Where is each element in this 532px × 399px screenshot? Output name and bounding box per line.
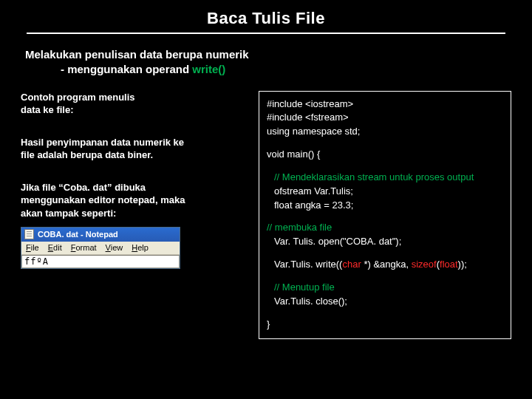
code-comment: // Mendeklarasikan stream untuk proses o… bbox=[274, 171, 503, 185]
slide-title: Baca Tulis File bbox=[21, 9, 511, 33]
menu-edit[interactable]: Edit bbox=[48, 243, 62, 252]
left-paragraph-2: Hasil penyimpanan data numerik ke file a… bbox=[21, 136, 250, 162]
code-keyword-float: float bbox=[440, 259, 458, 270]
code-block-write: Var.Tulis. write((char *) &angka, sizeof… bbox=[267, 258, 503, 272]
code-block-includes: #include <iostream> #include <fstream> u… bbox=[267, 98, 503, 140]
code-line: } bbox=[267, 318, 503, 332]
lp1-a: Contoh program menulis bbox=[21, 91, 250, 104]
subtitle: Melakukan penulisan data berupa numerik … bbox=[25, 47, 511, 78]
code-block-close: // Menutup file Var.Tulis. close(); bbox=[267, 281, 503, 309]
code-comment: // membuka file bbox=[267, 221, 503, 235]
content-grid: Contoh program menulis data ke file: Has… bbox=[21, 91, 511, 340]
menu-help[interactable]: Help bbox=[132, 243, 149, 252]
code-line: void main() { bbox=[267, 148, 503, 162]
subtitle-line1: Melakukan penulisan data berupa numerik bbox=[25, 47, 511, 62]
subtitle-line2: - menggunakan operand write() bbox=[61, 62, 511, 77]
notepad-title-text: COBA. dat - Notepad bbox=[38, 230, 118, 239]
left-paragraph-3: Jika file “Coba. dat” dibuka menggunakan… bbox=[21, 181, 250, 220]
code-line: #include <fstream> bbox=[267, 111, 503, 125]
code-line: ofstream Var.Tulis; bbox=[274, 185, 503, 199]
notepad-titlebar: COBA. dat - Notepad bbox=[21, 228, 180, 242]
lp3-c: akan tampak seperti: bbox=[21, 207, 250, 220]
left-column: Contoh program menulis data ke file: Has… bbox=[21, 91, 250, 270]
code-line: #include <iostream> bbox=[267, 98, 503, 112]
subtitle-line2-prefix: - menggunakan operand bbox=[61, 63, 192, 75]
code-line: float angka = 23.3; bbox=[274, 199, 503, 213]
code-line: using namespace std; bbox=[267, 125, 503, 139]
lp3-a: Jika file “Coba. dat” dibuka bbox=[21, 181, 250, 194]
subtitle-line2-emph: write() bbox=[192, 63, 225, 75]
slide: Baca Tulis File Melakukan penulisan data… bbox=[0, 0, 532, 352]
lp3-b: menggunakan editor notepad, maka bbox=[21, 194, 250, 207]
lp1-b: data ke file: bbox=[21, 103, 250, 117]
code-frag: )); bbox=[458, 259, 467, 270]
notepad-window: COBA. dat - Notepad File Edit Format Vie… bbox=[21, 227, 180, 269]
menu-format[interactable]: Format bbox=[71, 243, 97, 252]
code-box: #include <iostream> #include <fstream> u… bbox=[259, 91, 511, 340]
notepad-icon bbox=[24, 229, 34, 239]
code-frag: *) &angka, bbox=[361, 259, 412, 270]
code-comment: // Menutup file bbox=[274, 281, 503, 295]
code-frag: Var.Tulis. write(( bbox=[274, 259, 342, 270]
notepad-menubar: File Edit Format View Help bbox=[21, 242, 180, 255]
menu-file[interactable]: File bbox=[26, 243, 39, 252]
left-paragraph-1: Contoh program menulis data ke file: bbox=[21, 91, 250, 117]
code-block-open: // membuka file Var. Tulis. open("COBA. … bbox=[267, 221, 503, 249]
lp2-a: Hasil penyimpanan data numerik ke bbox=[21, 136, 250, 149]
code-line: Var. Tulis. open("COBA. dat"); bbox=[267, 235, 503, 249]
lp2-b: file adalah berupa data biner. bbox=[21, 149, 250, 162]
notepad-body: ffºA bbox=[21, 255, 180, 268]
code-block-decl: // Mendeklarasikan stream untuk proses o… bbox=[267, 171, 503, 213]
code-keyword-sizeof: sizeof bbox=[412, 259, 437, 270]
code-line: Var.Tulis. close(); bbox=[274, 295, 503, 309]
title-rule bbox=[27, 33, 505, 34]
code-keyword-char: char bbox=[342, 259, 361, 270]
menu-view[interactable]: View bbox=[106, 243, 123, 252]
code-block-main-open: void main() { bbox=[267, 148, 503, 162]
